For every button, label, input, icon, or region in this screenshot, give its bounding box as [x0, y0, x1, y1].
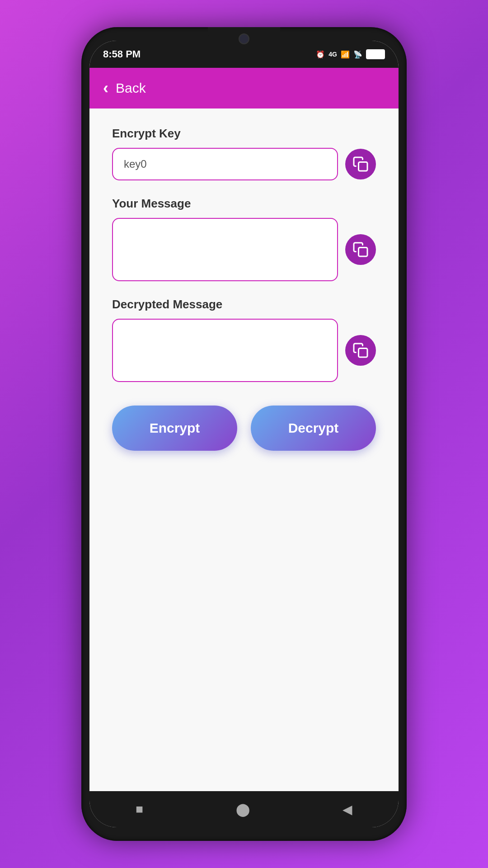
data-icon: 4G [328, 51, 337, 58]
decrypted-message-label: Decrypted Message [112, 297, 376, 311]
back-label: Back [116, 80, 146, 96]
main-content: Encrypt Key Your Message [89, 108, 399, 791]
alarm-icon: ⏰ [316, 50, 325, 59]
your-message-copy-button[interactable] [345, 234, 376, 265]
copy-icon [352, 342, 369, 359]
wifi-icon: 📡 [353, 50, 362, 59]
camera [239, 33, 249, 44]
status-time: 8:58 PM [103, 48, 141, 60]
svg-rect-1 [359, 248, 368, 257]
copy-icon [352, 241, 369, 258]
action-buttons-row: Encrypt Decrypt [112, 406, 376, 451]
decrypt-button[interactable]: Decrypt [251, 406, 376, 451]
signal-icon: 📶 [341, 50, 350, 59]
encrypt-key-label: Encrypt Key [112, 127, 376, 141]
your-message-label: Your Message [112, 197, 376, 211]
back-button[interactable]: ‹ Back [103, 79, 146, 98]
decrypted-message-input[interactable] [112, 319, 338, 382]
home-button[interactable]: ⬤ [236, 802, 250, 817]
status-icons: ⏰ 4G 📶 📡 38% [316, 49, 385, 59]
phone-frame: 8:58 PM ⏰ 4G 📶 📡 38% ‹ Back Encrypt Key [81, 27, 407, 841]
svg-rect-2 [359, 349, 368, 358]
back-nav-button[interactable]: ◀ [343, 802, 352, 817]
bottom-nav: ■ ⬤ ◀ [89, 791, 399, 827]
encrypt-key-input[interactable] [112, 148, 338, 180]
app-bar: ‹ Back [89, 68, 399, 108]
decrypted-message-copy-button[interactable] [345, 335, 376, 366]
encrypt-button[interactable]: Encrypt [112, 406, 237, 451]
stop-button[interactable]: ■ [136, 802, 143, 816]
encrypt-key-copy-button[interactable] [345, 149, 376, 179]
decrypted-message-row [112, 319, 376, 382]
your-message-row [112, 218, 376, 281]
svg-rect-0 [359, 162, 368, 171]
battery-indicator: 38% [366, 49, 385, 59]
copy-icon [352, 156, 369, 172]
encrypt-key-row [112, 148, 376, 180]
back-chevron-icon: ‹ [103, 79, 108, 98]
phone-screen: 8:58 PM ⏰ 4G 📶 📡 38% ‹ Back Encrypt Key [89, 41, 399, 827]
your-message-input[interactable] [112, 218, 338, 281]
